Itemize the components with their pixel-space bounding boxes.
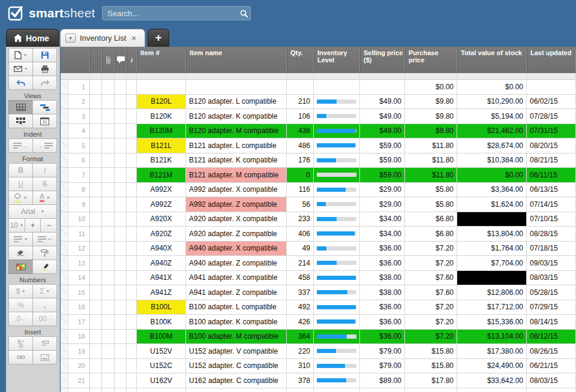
row-grip[interactable]: [61, 242, 68, 256]
cell-total-value[interactable]: $13,804.00: [457, 227, 527, 241]
cell-comment[interactable]: [115, 242, 127, 256]
row-grip[interactable]: [61, 285, 68, 300]
cell-blank[interactable]: [90, 359, 102, 373]
row-grip[interactable]: [61, 168, 68, 182]
cell-total-value[interactable]: $1,624.00: [457, 197, 527, 212]
cell-inventory-level[interactable]: [314, 168, 360, 182]
cell-total-value[interactable]: $0.00: [457, 80, 527, 94]
cell-comment[interactable]: [115, 153, 127, 168]
cell-attachment[interactable]: [102, 95, 115, 109]
cell-qty[interactable]: 486: [287, 138, 314, 153]
send-button[interactable]: ▼: [8, 62, 33, 76]
underline-button[interactable]: U: [8, 177, 33, 191]
cell-last-updated[interactable]: 06/21/15: [527, 359, 576, 373]
cell-last-updated[interactable]: [527, 80, 576, 94]
cell-inventory-level[interactable]: [314, 300, 360, 315]
cell-selling-price[interactable]: $36.00: [360, 256, 405, 270]
cell-item-number[interactable]: B120M: [137, 124, 186, 138]
font-size-select[interactable]: 10▼: [8, 218, 25, 233]
cell-info[interactable]: [127, 242, 137, 256]
currency-button[interactable]: $▼: [8, 284, 33, 298]
cell-attachment[interactable]: [102, 330, 115, 344]
cell-selling-price[interactable]: $29.00: [360, 197, 405, 212]
redo-button[interactable]: [32, 76, 57, 90]
fill-color-button[interactable]: ▼: [8, 191, 33, 205]
cell-blank[interactable]: [115, 388, 127, 392]
cell-total-value[interactable]: $15,336.00: [457, 315, 527, 329]
cell-comment[interactable]: [115, 285, 127, 300]
cell-item-name[interactable]: B120 adapter. M compatible: [186, 124, 287, 138]
cell-item-number[interactable]: A920X: [137, 212, 186, 227]
row-number[interactable]: 1: [61, 80, 90, 94]
cell-item-name[interactable]: B121 adapter. K compatible: [186, 153, 287, 168]
cell-total-value[interactable]: $10,384.00: [457, 153, 527, 168]
cell-attachment[interactable]: [102, 359, 115, 373]
cell-blank[interactable]: [90, 109, 102, 123]
cell-attachment[interactable]: [102, 80, 115, 94]
insert-row-button[interactable]: [32, 336, 57, 351]
cell-qty[interactable]: 458: [287, 271, 314, 285]
cell-info[interactable]: [127, 285, 137, 300]
insert-link-button[interactable]: [8, 350, 33, 364]
cell-blank[interactable]: [102, 388, 115, 392]
cell-last-updated[interactable]: 07/31/15: [527, 124, 576, 138]
cell-qty[interactable]: 426: [287, 315, 314, 329]
cell-inventory-level[interactable]: [314, 124, 360, 138]
cell-info[interactable]: [127, 153, 137, 168]
cell-item-number[interactable]: B120L: [137, 95, 186, 109]
cell-total-value[interactable]: $3,364.00: [457, 183, 527, 197]
cell-inventory-level[interactable]: [314, 271, 360, 285]
cell-info[interactable]: [127, 95, 137, 109]
cell-attachment[interactable]: [102, 109, 115, 123]
cell-selling-price[interactable]: $36.00: [360, 300, 405, 315]
cell-selling-price[interactable]: $89.00: [360, 373, 405, 388]
row-number[interactable]: [61, 388, 90, 392]
cell-item-name[interactable]: A941 adapter. Z compatible: [186, 285, 287, 300]
cell-inventory-level[interactable]: [314, 109, 360, 123]
cell-qty[interactable]: [287, 80, 314, 94]
wrap-text-button[interactable]: ↩: [32, 232, 57, 246]
cell-total-value[interactable]: $7,704.00: [457, 256, 527, 270]
cell-selling-price[interactable]: $79.00: [360, 344, 405, 358]
cell-purchase-price[interactable]: $9.80: [405, 109, 457, 123]
cell-comment[interactable]: [115, 315, 127, 329]
cell-comment[interactable]: [115, 80, 127, 94]
cell-total-value[interactable]: $28,674.00: [457, 138, 527, 153]
row-number[interactable]: 2: [61, 95, 90, 109]
cell-purchase-price[interactable]: $11.80: [405, 138, 457, 153]
card-view-button[interactable]: [8, 114, 33, 128]
cell-total-value[interactable]: $0.00: [457, 168, 527, 182]
header-info[interactable]: i: [127, 47, 137, 73]
cell-info[interactable]: [127, 271, 137, 285]
cell-blank[interactable]: [127, 388, 137, 392]
cell-item-name[interactable]: U152 adapter. C compatible: [186, 359, 287, 373]
cell-blank[interactable]: [90, 183, 102, 197]
cell-purchase-price[interactable]: $5.80: [405, 197, 457, 212]
cell-comment[interactable]: [115, 212, 127, 227]
cell-item-number[interactable]: B121M: [137, 168, 186, 182]
cell-selling-price[interactable]: [360, 80, 405, 94]
bold-button[interactable]: B: [8, 163, 33, 177]
cell-blank[interactable]: [360, 388, 405, 392]
cell-total-value[interactable]: $21,462.00: [457, 124, 527, 138]
insert-column-button[interactable]: [8, 336, 33, 351]
cell-attachment[interactable]: [102, 138, 115, 153]
cell-attachment[interactable]: [102, 227, 115, 241]
increase-font-button[interactable]: +: [25, 218, 41, 233]
cell-total-value[interactable]: $17,712.00: [457, 300, 527, 315]
cell-blank[interactable]: [90, 330, 102, 344]
cell-comment[interactable]: [115, 95, 127, 109]
cell-blank[interactable]: [90, 242, 102, 256]
cell-purchase-price[interactable]: $7.20: [405, 242, 457, 256]
cell-selling-price[interactable]: $36.00: [360, 315, 405, 329]
cell-inventory-level[interactable]: [314, 373, 360, 388]
cell-comment[interactable]: [115, 197, 127, 212]
cell-total-value[interactable]: $12,806.00: [457, 285, 527, 300]
row-number[interactable]: 4: [61, 124, 90, 138]
row-number[interactable]: 7: [61, 168, 90, 182]
cell-blank[interactable]: [90, 80, 102, 94]
cell-item-name[interactable]: A941 adapter. X compatible: [186, 271, 287, 285]
search-input[interactable]: [103, 9, 237, 18]
cell-qty[interactable]: 406: [287, 227, 314, 241]
cell-comment[interactable]: [115, 168, 127, 182]
